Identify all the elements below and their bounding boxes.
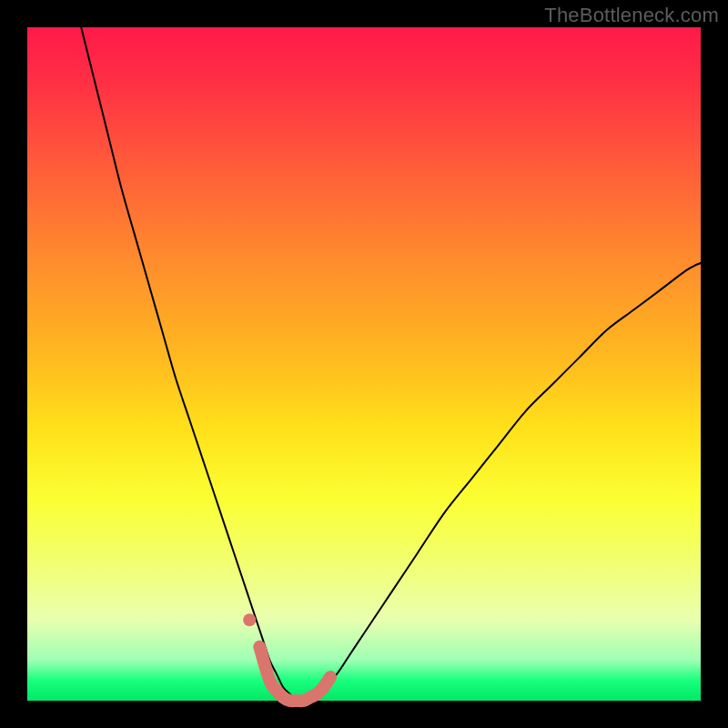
bottleneck-curve: [81, 27, 701, 701]
optimal-zone-dot: [243, 613, 256, 626]
optimal-zone-highlight: [259, 647, 330, 701]
chart-frame: TheBottleneck.com: [0, 0, 728, 728]
plot-area: [27, 27, 701, 701]
curve-layer: [27, 27, 701, 701]
attribution-watermark: TheBottleneck.com: [544, 4, 719, 27]
